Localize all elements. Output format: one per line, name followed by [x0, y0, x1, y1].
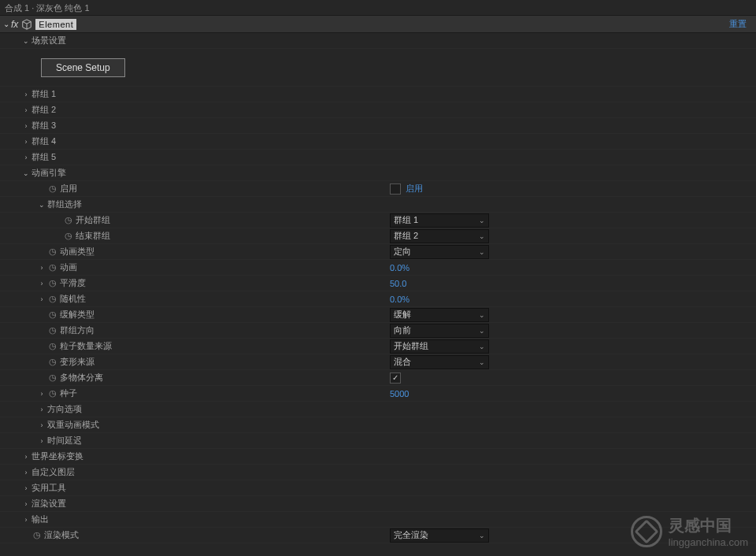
section-3: ›渲染设置 [0, 496, 756, 512]
twirl-icon[interactable]: › [22, 154, 30, 161]
twirl-icon[interactable]: › [38, 437, 46, 445]
group-direction-dropdown[interactable]: 向前⌄ [390, 324, 489, 338]
twirl-icon[interactable]: › [38, 295, 46, 303]
time-delay: ›时间延迟 [0, 433, 756, 449]
start-group-row: ◷开始群组群组 1⌄ [0, 213, 756, 228]
fx-icon[interactable]: fx [11, 19, 18, 30]
twirl-icon[interactable]: › [22, 122, 30, 130]
multi-object-checkbox[interactable] [390, 373, 401, 384]
twirl-icon[interactable]: › [38, 280, 46, 287]
group-3: ›群组 3 [0, 118, 756, 134]
enable-checkbox[interactable] [390, 183, 401, 195]
stopwatch-icon[interactable]: ◷ [47, 310, 58, 320]
particle-count-dropdown[interactable]: 开始群组⌄ [390, 339, 489, 354]
start-group-dropdown[interactable]: 群组 1⌄ [390, 213, 489, 228]
seed-row: ›◷种子5000 [0, 386, 756, 402]
property-label: 时间延迟 [47, 435, 82, 447]
stopwatch-icon[interactable]: ◷ [63, 231, 74, 241]
stopwatch-icon[interactable]: ◷ [47, 357, 58, 367]
property-label: 多物体分离 [60, 372, 103, 384]
scene-setup-row: Scene Setup [0, 49, 756, 87]
anim-amount-row: ›◷动画0.0% [0, 260, 756, 276]
twirl-icon[interactable]: › [22, 469, 30, 476]
plugin-cube-icon [21, 19, 32, 30]
end-group-dropdown[interactable]: 群组 2⌄ [390, 229, 489, 243]
twirl-icon[interactable]: › [38, 421, 46, 429]
stopwatch-icon[interactable]: ◷ [47, 325, 58, 335]
property-label: 开始群组 [76, 214, 110, 226]
property-label: 世界坐标变换 [32, 450, 83, 462]
enable-checkbox-label: 启用 [406, 183, 423, 195]
twirl-icon[interactable]: › [22, 484, 30, 492]
effect-name[interactable]: Element [35, 19, 76, 30]
dual-anim-mode: ›双重动画模式 [0, 417, 756, 433]
property-label: 缓解类型 [60, 309, 94, 321]
twirl-icon[interactable]: › [22, 500, 30, 508]
property-label: 方向选项 [47, 403, 82, 415]
ease-type-row: ◷缓解类型缓解⌄ [0, 307, 756, 323]
render-mode-dropdown[interactable]: 完全渲染⌄ [390, 528, 489, 543]
property-label: 群组 2 [32, 104, 56, 116]
anim-type-row: ◷动画类型定向⌄ [0, 244, 756, 260]
twirl-icon[interactable]: › [22, 91, 30, 98]
stopwatch-icon[interactable]: ◷ [47, 388, 58, 398]
property-label: 输出 [32, 513, 49, 525]
stopwatch-icon[interactable]: ◷ [63, 215, 74, 225]
reset-button[interactable]: 重置 [729, 18, 747, 30]
stopwatch-icon[interactable]: ◷ [47, 246, 58, 257]
effect-collapse-arrow[interactable]: ⌄ [3, 20, 9, 28]
twirl-icon[interactable]: › [22, 516, 30, 524]
anim-type-dropdown[interactable]: 定向⌄ [390, 245, 489, 259]
twirl-icon[interactable]: › [38, 390, 46, 398]
twirl-icon[interactable]: › [38, 406, 46, 413]
property-label: 实用工具 [32, 482, 66, 494]
stopwatch-icon[interactable]: ◷ [47, 183, 58, 194]
stopwatch-icon[interactable]: ◷ [32, 530, 43, 540]
smoothness-value[interactable]: 50.0 [390, 279, 406, 288]
property-label: 种子 [60, 387, 77, 399]
anim-amount-value[interactable]: 0.0% [390, 263, 410, 272]
twirl-icon[interactable]: › [22, 106, 30, 114]
property-label: 随机性 [60, 293, 86, 305]
seed-value[interactable]: 5000 [390, 389, 409, 398]
section-1: ›自定义图层 [0, 465, 756, 480]
section-0: ›世界坐标变换 [0, 449, 756, 465]
randomness-value[interactable]: 0.0% [390, 295, 410, 304]
ease-type-dropdown[interactable]: 缓解⌄ [390, 308, 489, 322]
property-label: 动画 [60, 261, 77, 273]
twirl-icon[interactable]: ⌄ [38, 201, 46, 209]
property-label: 渲染模式 [44, 529, 79, 541]
twirl-icon[interactable]: › [22, 453, 30, 461]
property-label: 自定义图层 [32, 466, 75, 478]
smoothness-row: ›◷平滑度50.0 [0, 276, 756, 291]
property-label: 渲染设置 [32, 498, 66, 510]
chevron-down-icon: ⌄ [479, 532, 485, 539]
twirl-icon[interactable]: › [38, 264, 46, 272]
chevron-down-icon: ⌄ [479, 248, 485, 256]
chevron-down-icon: ⌄ [479, 343, 485, 350]
stopwatch-icon[interactable]: ◷ [47, 262, 58, 272]
animation-engine-header: ⌄动画引擎 [0, 165, 756, 181]
property-label: 动画引擎 [32, 167, 66, 179]
panel-title: 合成 1 · 深灰色 纯色 1 [0, 0, 756, 16]
chevron-down-icon: ⌄ [479, 217, 485, 224]
stopwatch-icon[interactable]: ◷ [47, 294, 58, 304]
twirl-icon[interactable]: › [22, 138, 30, 146]
chevron-down-icon: ⌄ [479, 358, 485, 366]
enable-row: ◷启用启用 [0, 181, 756, 197]
property-label: 结束群组 [76, 230, 110, 242]
deform-source-row: ◷变形来源混合⌄ [0, 354, 756, 370]
property-label: 群组 4 [32, 135, 56, 147]
property-label: 群组 3 [32, 120, 56, 132]
property-label: 动画类型 [60, 246, 94, 258]
section-2: ›实用工具 [0, 480, 756, 496]
twirl-icon[interactable]: ⌄ [22, 169, 30, 177]
property-label: 粒子数量来源 [60, 340, 112, 352]
stopwatch-icon[interactable]: ◷ [47, 373, 58, 383]
stopwatch-icon[interactable]: ◷ [47, 341, 58, 351]
stopwatch-icon[interactable]: ◷ [47, 278, 58, 288]
scene-setup-button[interactable]: Scene Setup [41, 58, 125, 77]
deform-source-dropdown[interactable]: 混合⌄ [390, 355, 489, 369]
group-5: ›群组 5 [0, 150, 756, 165]
twirl-icon[interactable]: ⌄ [22, 37, 30, 45]
